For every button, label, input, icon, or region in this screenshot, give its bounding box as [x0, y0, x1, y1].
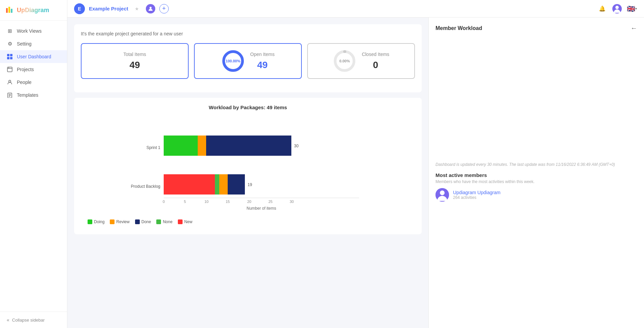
legend-dot-new: [178, 219, 183, 224]
legend-new: New: [178, 219, 192, 224]
svg-rect-4: [10, 54, 12, 56]
sidebar: UpDiagram ⊞ Work Views ⚙ Setting User Da…: [0, 0, 67, 328]
sidebar-item-people[interactable]: People: [0, 76, 67, 89]
svg-text:15: 15: [226, 200, 230, 204]
sprint1-review-bar: [198, 136, 206, 156]
open-items-card: 100.00% Open Items 49: [194, 43, 302, 79]
backlog-none-bar: [215, 174, 219, 195]
svg-text:10: 10: [204, 200, 208, 204]
topbar-right: 🔔 🇬🇧▾: [597, 3, 637, 14]
legend-dot-done: [135, 219, 140, 224]
svg-rect-2: [11, 9, 12, 13]
total-items-label: Total Items: [123, 52, 146, 57]
setting-icon: ⚙: [7, 41, 13, 47]
language-selector[interactable]: 🇬🇧▾: [626, 3, 637, 14]
user-account-icon[interactable]: [612, 3, 622, 14]
closed-items-text: Closed Items 0: [362, 52, 389, 70]
sidebar-item-label: Templates: [17, 92, 38, 98]
star-button[interactable]: ★: [132, 4, 142, 13]
templates-icon: [7, 92, 13, 98]
svg-text:30: 30: [290, 200, 294, 204]
svg-text:0: 0: [163, 200, 165, 204]
svg-text:30: 30: [294, 144, 299, 148]
sidebar-item-label: People: [17, 80, 32, 85]
logo: UpDiagram: [0, 0, 67, 21]
open-items-label: Open Items: [250, 52, 275, 57]
legend-dot-doing: [88, 219, 92, 224]
chart-legend: Doing Review Done None: [88, 217, 408, 224]
bell-icon[interactable]: 🔔: [597, 3, 608, 14]
sprint1-done-bar: [206, 136, 291, 156]
people-icon: [7, 79, 13, 85]
main-area: E Example Project ★ + 🔔: [67, 0, 644, 328]
legend-label-doing: Doing: [94, 219, 104, 224]
svg-rect-7: [7, 67, 12, 72]
svg-text:20: 20: [247, 200, 251, 204]
open-items-text: Open Items 49: [250, 52, 275, 70]
sidebar-item-setting[interactable]: ⚙ Setting: [0, 37, 67, 50]
legend-dot-review: [110, 219, 115, 224]
sidebar-item-label: Projects: [17, 67, 34, 72]
open-items-percentage: 100.00%: [226, 59, 240, 63]
sidebar-item-user-dashboard[interactable]: User Dashboard: [0, 50, 67, 63]
legend-review: Review: [110, 219, 129, 224]
chart-section: Workload by Packages: 49 items Sprint 1 …: [74, 98, 422, 234]
member-name[interactable]: Updiagram Updiagram: [453, 190, 501, 195]
svg-point-17: [150, 7, 152, 9]
back-button[interactable]: ←: [631, 24, 637, 32]
dashboard-info-card: It's the example project generated for a…: [74, 24, 422, 92]
sidebar-item-projects[interactable]: Projects: [0, 63, 67, 76]
svg-rect-1: [8, 7, 10, 13]
legend-doing: Doing: [88, 219, 104, 224]
closed-items-donut: 0.00%: [333, 49, 356, 73]
closed-items-value: 0: [362, 60, 389, 70]
total-items-card: Total Items 49: [81, 43, 189, 79]
project-avatar: E: [74, 3, 85, 14]
svg-point-38: [440, 190, 445, 195]
svg-rect-6: [10, 57, 12, 59]
chart-container: Sprint 1 Product Backlog 30: [81, 117, 415, 231]
sidebar-item-label: Work Views: [17, 28, 41, 34]
content: It's the example project generated for a…: [67, 18, 644, 328]
member-activities: 264 activities: [453, 195, 501, 200]
legend-label-none: None: [163, 219, 172, 224]
add-button[interactable]: +: [159, 4, 169, 13]
legend-dot-none: [156, 219, 161, 224]
sidebar-item-label: Setting: [17, 41, 32, 47]
legend-label-new: New: [184, 219, 192, 224]
svg-text:25: 25: [268, 200, 272, 204]
most-active-title: Most active members: [436, 172, 637, 178]
sidebar-item-work-views[interactable]: ⊞ Work Views: [0, 25, 67, 37]
svg-point-10: [9, 80, 11, 82]
stats-row: Total Items 49 100.00%: [81, 43, 415, 79]
legend-label-review: Review: [116, 219, 129, 224]
closed-items-card: 0.00% Closed Items 0: [307, 43, 415, 79]
topbar-left: E Example Project ★ +: [74, 3, 169, 14]
topbar: E Example Project ★ + 🔔: [67, 0, 644, 18]
open-items-inner: 100.00% Open Items 49: [221, 49, 275, 73]
logo-icon: [5, 5, 15, 15]
sidebar-item-templates[interactable]: Templates: [0, 89, 67, 101]
most-active-section: Most active members Members who have the…: [436, 172, 637, 202]
svg-text:Number of items: Number of items: [247, 206, 276, 211]
user-icon-button[interactable]: [146, 4, 155, 13]
svg-text:Sprint 1: Sprint 1: [147, 145, 161, 150]
collapse-sidebar-button[interactable]: « Collapse sidebar: [0, 311, 67, 328]
workload-section: Dashboard is updated every 30 minutes. T…: [436, 39, 637, 167]
svg-point-19: [615, 6, 619, 9]
sidebar-nav: ⊞ Work Views ⚙ Setting User Dashboard: [0, 21, 67, 311]
svg-text:5: 5: [184, 200, 186, 204]
member-workload-title: Member Workload: [436, 25, 482, 31]
open-items-donut: 100.00%: [221, 49, 245, 73]
collapse-icon: «: [7, 317, 9, 323]
svg-text:19: 19: [248, 182, 252, 187]
sprint1-doing-bar: [164, 136, 198, 156]
legend-none: None: [156, 219, 172, 224]
total-items-value: 49: [129, 60, 140, 70]
legend-done: Done: [135, 219, 151, 224]
svg-rect-3: [7, 54, 9, 56]
project-name[interactable]: Example Project: [89, 6, 128, 11]
member-info: Updiagram Updiagram 264 activities: [453, 190, 501, 200]
svg-rect-0: [6, 8, 8, 13]
chart-title: Workload by Packages: 49 items: [81, 105, 415, 110]
